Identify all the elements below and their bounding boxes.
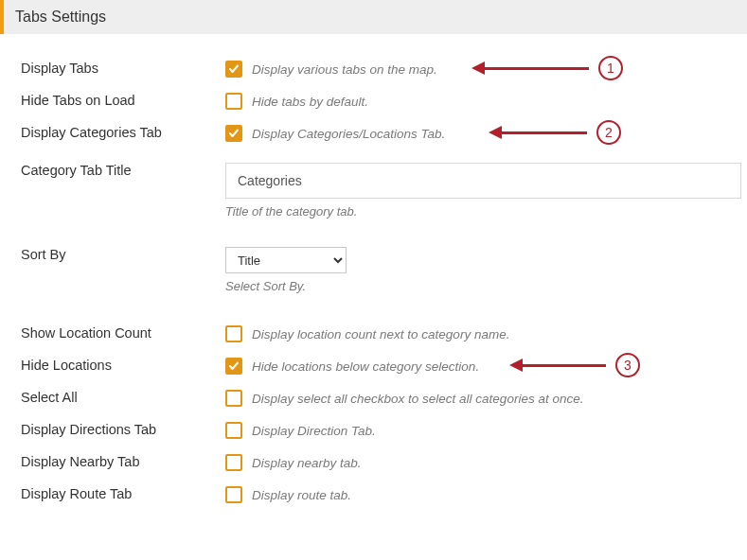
arrow-left-icon <box>471 61 485 75</box>
arrow-left-icon <box>489 126 502 139</box>
desc-display-categories-tab: Display Categories/Locations Tab. <box>252 127 445 141</box>
row-hide-locations: Hide Locations Hide locations below cate… <box>21 358 730 375</box>
label-display-tabs: Display Tabs <box>21 61 225 76</box>
label-hide-locations: Hide Locations <box>21 358 225 373</box>
arrow-left-icon <box>509 359 523 372</box>
check-icon <box>228 360 240 372</box>
section-header: Tabs Settings <box>0 0 747 34</box>
row-hide-tabs-on-load: Hide Tabs on Load Hide tabs by default. <box>21 93 730 110</box>
row-select-all: Select All Display select all checkbox t… <box>21 390 730 407</box>
checkbox-hide-locations[interactable] <box>225 358 242 375</box>
desc-select-all: Display select all checkbox to select al… <box>252 392 583 406</box>
row-display-nearby-tab: Display Nearby Tab Display nearby tab. <box>21 454 730 471</box>
row-display-tabs: Display Tabs Display various tabs on the… <box>21 61 730 78</box>
check-icon <box>228 63 240 75</box>
checkbox-display-nearby-tab[interactable] <box>225 454 242 471</box>
help-sort-by: Select Sort By. <box>225 279 306 293</box>
label-select-all: Select All <box>21 390 225 405</box>
desc-hide-tabs-on-load: Hide tabs by default. <box>252 95 368 109</box>
annotation-badge-1: 1 <box>598 56 623 80</box>
annotation-badge-2: 2 <box>596 120 621 145</box>
row-display-route-tab: Display Route Tab Display route tab. <box>21 486 730 503</box>
row-display-categories-tab: Display Categories Tab Display Categorie… <box>21 125 730 142</box>
label-display-nearby-tab: Display Nearby Tab <box>21 454 225 469</box>
section-title: Tabs Settings <box>15 9 106 25</box>
label-sort-by: Sort By <box>21 247 225 262</box>
check-icon <box>228 128 240 139</box>
help-category-tab-title: Title of the category tab. <box>225 204 357 219</box>
row-display-directions-tab: Display Directions Tab Display Direction… <box>21 422 730 439</box>
select-sort-by[interactable]: Title <box>225 247 347 273</box>
desc-show-location-count: Display location count next to category … <box>252 327 509 341</box>
label-display-route-tab: Display Route Tab <box>21 486 225 501</box>
annotation-badge-3: 3 <box>615 353 640 377</box>
annotation-3: 3 <box>509 353 640 377</box>
desc-display-route-tab: Display route tab. <box>252 488 351 502</box>
checkbox-display-categories-tab[interactable] <box>225 125 242 142</box>
label-display-categories-tab: Display Categories Tab <box>21 125 225 140</box>
label-hide-tabs-on-load: Hide Tabs on Load <box>21 93 225 108</box>
arrow-body <box>502 131 587 134</box>
row-category-tab-title: Category Tab Title Title of the category… <box>21 163 730 219</box>
arrow-body <box>523 364 606 367</box>
desc-display-tabs: Display various tabs on the map. <box>252 62 437 77</box>
row-sort-by: Sort By Title Select Sort By. <box>21 247 730 293</box>
desc-display-directions-tab: Display Direction Tab. <box>252 424 376 438</box>
label-category-tab-title: Category Tab Title <box>21 163 225 178</box>
checkbox-display-route-tab[interactable] <box>225 486 242 503</box>
checkbox-select-all[interactable] <box>225 390 242 407</box>
label-display-directions-tab: Display Directions Tab <box>21 422 225 437</box>
checkbox-hide-tabs-on-load[interactable] <box>225 93 242 110</box>
settings-form: Display Tabs Display various tabs on the… <box>0 61 747 528</box>
desc-hide-locations: Hide locations below category selection. <box>252 359 479 374</box>
desc-display-nearby-tab: Display nearby tab. <box>252 456 362 470</box>
checkbox-display-tabs[interactable] <box>225 61 242 78</box>
row-show-location-count: Show Location Count Display location cou… <box>21 325 730 342</box>
checkbox-display-directions-tab[interactable] <box>225 422 242 439</box>
checkbox-show-location-count[interactable] <box>225 325 242 342</box>
arrow-body <box>485 67 589 70</box>
annotation-1: 1 <box>471 56 623 80</box>
label-show-location-count: Show Location Count <box>21 325 225 341</box>
annotation-2: 2 <box>489 120 621 145</box>
input-category-tab-title[interactable] <box>225 163 741 199</box>
